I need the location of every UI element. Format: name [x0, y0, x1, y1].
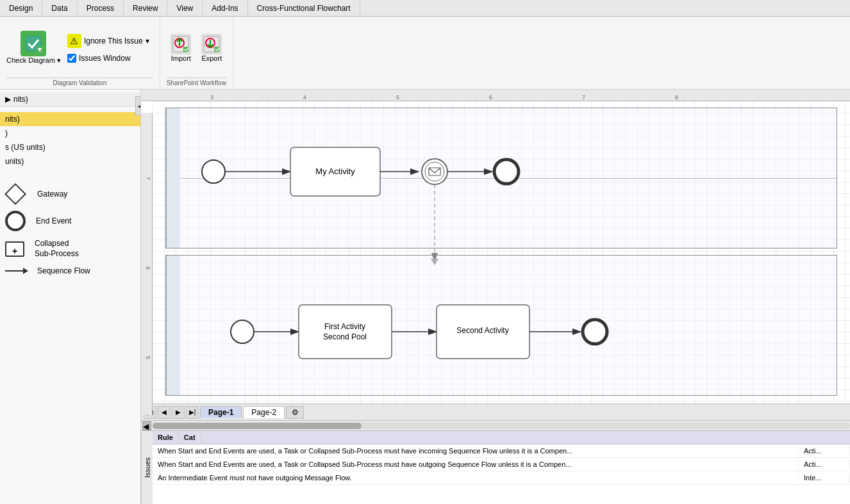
hscroll-thumb[interactable]	[153, 423, 362, 429]
diagram-area[interactable]: My Activity	[153, 101, 850, 403]
page-nav-last[interactable]: ▶|	[186, 406, 199, 419]
hscroll-left-btn[interactable]: ◀	[142, 421, 151, 430]
first-activity-label2: Second Pool	[323, 332, 367, 341]
ignore-issue-label: Ignore This Issue	[84, 37, 143, 45]
tab-design[interactable]: Design	[0, 0, 42, 16]
sidebar-sequence-flow-item[interactable]: Sequence Flow	[0, 263, 140, 279]
sidebar-item2[interactable]	[0, 107, 140, 112]
check-diagram-dropdown[interactable]: ▾	[57, 56, 61, 64]
ignore-icon: ⚠	[67, 34, 81, 48]
collapsed-subprocess-label: CollapsedSub-Process	[35, 239, 79, 259]
issues-row-1[interactable]: When Start and End Events are used, a Ta…	[153, 444, 850, 458]
ruler-tick-3: 3	[210, 94, 213, 101]
sidebar-collapsed-subprocess-item[interactable]: + CollapsedSub-Process	[0, 235, 140, 263]
toolbar: Design Data Process Review View Add-Ins …	[0, 0, 850, 90]
ribbon-btns: Check Diagram ▾ ⚠ Ignore This Issue ▾ Is…	[6, 19, 153, 76]
horizontal-ruler: 3 4 5 6 7 8	[141, 90, 850, 101]
issues-window-row: Issues Window	[63, 53, 153, 64]
sidebar-expand-row1[interactable]: ▶ nits)	[0, 92, 140, 107]
second-activity-label: Second Activity	[456, 326, 508, 335]
sidebar-item5-label: s (US units)	[5, 143, 46, 152]
canvas-with-ruler: 7 6 5	[141, 101, 850, 403]
ruler-tick-6: 6	[489, 94, 492, 101]
intermediate-event-inner	[425, 162, 444, 181]
ruler-tick-4: 4	[303, 94, 306, 101]
diagram-validation-label: Diagram Validation	[6, 77, 153, 86]
sidebar-collapse-button[interactable]: ◀	[135, 96, 141, 115]
tabs-row: Design Data Process Review View Add-Ins …	[0, 0, 850, 17]
issues-side-label: Issues	[141, 431, 153, 504]
ruler-v-6: 6	[145, 266, 151, 270]
issues-header: Rule Cat	[153, 431, 850, 444]
check-diagram-icon	[21, 31, 46, 56]
issues-col-rule: Rule	[153, 432, 179, 443]
export-button[interactable]: Export	[197, 33, 226, 63]
sidebar-item5[interactable]: s (US units)	[0, 140, 140, 154]
diagram-validation-group: Check Diagram ▾ ⚠ Ignore This Issue ▾ Is…	[0, 17, 160, 89]
check-diagram-label: Check Diagram ▾	[6, 56, 61, 65]
diagram-svg: My Activity	[153, 101, 850, 403]
end-event-2[interactable]	[583, 320, 607, 344]
sidebar-item6[interactable]: units)	[0, 154, 140, 168]
tab-view[interactable]: View	[167, 0, 203, 16]
page-nav-next[interactable]: ▶	[172, 406, 185, 419]
ruler-tick-5: 5	[396, 94, 399, 101]
sp-btns: Import Export	[167, 19, 226, 76]
issues-row-2-rule: When Start and End Events are used, a Ta…	[153, 459, 799, 469]
page-tab-1[interactable]: Page-1	[200, 406, 242, 418]
tab-addins[interactable]: Add-Ins	[203, 0, 247, 16]
vertical-ruler: 7 6 5	[141, 113, 153, 415]
tab-crossfunctional[interactable]: Cross-Functional Flowchart	[248, 0, 360, 16]
sidebar: ◀ ▶ nits) nits) ) s (US units) units)	[0, 90, 141, 504]
sidebar-item3[interactable]: nits)	[0, 112, 140, 126]
sidebar-end-event-item[interactable]: End Event	[0, 207, 140, 235]
issues-row-1-cat: Acti...	[799, 446, 850, 456]
expand-arrow1: ▶	[5, 95, 11, 104]
gateway-label: Gateway	[37, 190, 67, 199]
issues-row-2-cat: Acti...	[799, 459, 850, 469]
tab-data[interactable]: Data	[42, 0, 77, 16]
start-event-1[interactable]	[202, 160, 225, 183]
import-label: Import	[171, 54, 191, 62]
ruler-v-7: 7	[145, 177, 151, 180]
collapsed-subprocess-icon: +	[5, 241, 24, 257]
sidebar-item4[interactable]: )	[0, 126, 140, 140]
issues-row-3[interactable]: An Intermediate Event must not have outg…	[153, 471, 850, 485]
ignore-dropdown-arrow[interactable]: ▾	[146, 37, 149, 45]
issues-row-2[interactable]: When Start and End Events are used, a Ta…	[153, 458, 850, 471]
sidebar-item-label1: nits)	[13, 95, 28, 104]
check-diagram-button[interactable]: Check Diagram ▾	[6, 31, 61, 65]
issues-col-category: Cat	[179, 432, 201, 443]
sidebar-item3-label: nits)	[5, 115, 20, 124]
page-nav-prev[interactable]: ◀	[158, 406, 171, 419]
issues-window-label: Issues Window	[79, 54, 131, 63]
hscrollbar[interactable]: ◀	[141, 420, 850, 430]
page-settings-button[interactable]: ⚙	[286, 406, 304, 419]
sequence-flow-label: Sequence Flow	[37, 266, 90, 275]
arrow-down-tip	[431, 259, 438, 265]
issues-row-1-rule: When Start and End Events are used, a Ta…	[153, 446, 799, 456]
canvas-and-issues: 3 4 5 6 7 8 7 6 5	[141, 90, 850, 504]
tab-process[interactable]: Process	[78, 0, 124, 16]
end-event-1[interactable]	[494, 159, 519, 184]
main-layout: ◀ ▶ nits) nits) ) s (US units) units)	[0, 90, 850, 504]
export-icon	[201, 34, 222, 54]
first-activity-label1: First Activity	[324, 322, 365, 331]
hscroll-track[interactable]	[153, 423, 850, 429]
start-event-2[interactable]	[231, 320, 254, 343]
issues-window-checkbox[interactable]	[67, 54, 76, 63]
ruler-v-5: 5	[145, 356, 151, 359]
sharepoint-workflow-group: Import Export	[160, 17, 233, 89]
first-activity-task[interactable]	[299, 305, 392, 359]
canvas-container[interactable]: 3 4 5 6 7 8 7 6 5	[141, 90, 850, 430]
sidebar-item6-label: units)	[5, 157, 24, 166]
ignore-issue-button[interactable]: ⚠ Ignore This Issue ▾	[63, 32, 153, 50]
import-button[interactable]: Import	[167, 33, 195, 63]
ribbon-row: Check Diagram ▾ ⚠ Ignore This Issue ▾ Is…	[0, 17, 850, 89]
page-tab-2[interactable]: Page-2	[243, 406, 285, 418]
sidebar-items: ▶ nits) nits) ) s (US units) units) Gate…	[0, 90, 140, 504]
sharepoint-label: SharePoint Workflow	[167, 77, 226, 86]
sidebar-gateway-item[interactable]: Gateway	[0, 181, 140, 207]
tab-review[interactable]: Review	[124, 0, 167, 16]
issues-panel: Issues Rule Cat When Start and End Event…	[141, 430, 850, 504]
